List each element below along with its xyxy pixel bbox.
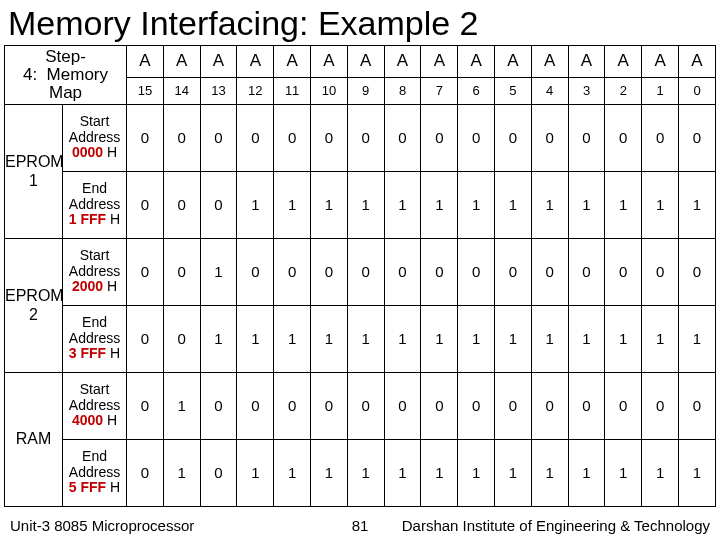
bit-cell: 1	[384, 305, 421, 372]
memory-map-table-wrap: Step-4: Memory MapAAAAAAAAAAAAAAAA151413…	[0, 45, 720, 507]
bit-cell: 0	[495, 238, 532, 305]
memory-device: EPROM2	[5, 238, 63, 372]
bit-cell: 0	[605, 104, 642, 171]
bit-cell: 0	[127, 104, 164, 171]
bit-cell: 0	[421, 238, 458, 305]
bit-cell: 0	[163, 305, 200, 372]
bit-cell: 0	[127, 238, 164, 305]
bit-cell: 1	[421, 305, 458, 372]
bit-cell: 1	[311, 305, 348, 372]
bit-header-num: 7	[421, 77, 458, 104]
address-label: Start Address 0000 H	[63, 104, 127, 171]
bit-cell: 0	[495, 372, 532, 439]
bit-cell: 1	[568, 171, 605, 238]
bit-header-num: 0	[678, 77, 715, 104]
bit-cell: 1	[163, 372, 200, 439]
bit-cell: 1	[642, 305, 679, 372]
bit-cell: 0	[495, 104, 532, 171]
bit-header-a: A	[495, 46, 532, 78]
bit-cell: 1	[605, 171, 642, 238]
bit-cell: 1	[200, 238, 237, 305]
bit-cell: 1	[531, 171, 568, 238]
bit-cell: 1	[605, 305, 642, 372]
bit-cell: 1	[642, 439, 679, 506]
bit-cell: 0	[311, 372, 348, 439]
bit-header-num: 4	[531, 77, 568, 104]
bit-cell: 0	[458, 238, 495, 305]
bit-header-num: 12	[237, 77, 274, 104]
bit-cell: 1	[347, 171, 384, 238]
bit-header-num: 1	[642, 77, 679, 104]
bit-header-a: A	[531, 46, 568, 78]
bit-cell: 1	[237, 305, 274, 372]
bit-header-num: 10	[311, 77, 348, 104]
bit-cell: 0	[421, 104, 458, 171]
bit-cell: 1	[568, 305, 605, 372]
bit-cell: 0	[384, 372, 421, 439]
memory-map-header: Step-4: Memory Map	[5, 46, 127, 105]
bit-cell: 1	[237, 439, 274, 506]
bit-cell: 1	[421, 171, 458, 238]
bit-cell: 0	[311, 104, 348, 171]
table-row: End Address 5 FFF H0101111111111111	[5, 439, 716, 506]
memory-device: RAM	[5, 372, 63, 506]
table-row: End Address 1 FFF H0001111111111111	[5, 171, 716, 238]
bit-cell: 0	[605, 238, 642, 305]
bit-header-a: A	[237, 46, 274, 78]
address-label: End Address 3 FFF H	[63, 305, 127, 372]
bit-cell: 0	[678, 372, 715, 439]
bit-header-num: 3	[568, 77, 605, 104]
bit-cell: 0	[642, 372, 679, 439]
bit-cell: 0	[568, 238, 605, 305]
slide: Memory Interfacing: Example 2 Step-4: Me…	[0, 0, 720, 540]
address-label: End Address 5 FFF H	[63, 439, 127, 506]
bit-cell: 1	[347, 439, 384, 506]
bit-cell: 1	[605, 439, 642, 506]
bit-cell: 0	[163, 104, 200, 171]
memory-device: EPROM1	[5, 104, 63, 238]
bit-cell: 0	[127, 372, 164, 439]
bit-cell: 1	[274, 439, 311, 506]
bit-cell: 0	[127, 171, 164, 238]
bit-cell: 0	[458, 104, 495, 171]
bit-cell: 0	[311, 238, 348, 305]
bit-cell: 0	[568, 104, 605, 171]
bit-cell: 0	[237, 238, 274, 305]
bit-cell: 1	[495, 171, 532, 238]
bit-cell: 0	[163, 171, 200, 238]
bit-cell: 0	[163, 238, 200, 305]
bit-cell: 1	[421, 439, 458, 506]
address-label: Start Address 4000 H	[63, 372, 127, 439]
bit-header-a: A	[642, 46, 679, 78]
address-label: End Address 1 FFF H	[63, 171, 127, 238]
bit-header-a: A	[347, 46, 384, 78]
bit-cell: 1	[458, 305, 495, 372]
page-title: Memory Interfacing: Example 2	[0, 0, 720, 45]
footer-left: Unit-3 8085 Microprocessor	[10, 517, 352, 534]
bit-cell: 1	[531, 439, 568, 506]
bit-cell: 0	[384, 238, 421, 305]
bit-header-a: A	[274, 46, 311, 78]
bit-header-a: A	[200, 46, 237, 78]
footer-right: Darshan Institute of Engineering & Techn…	[368, 517, 710, 534]
bit-header-a: A	[458, 46, 495, 78]
bit-cell: 0	[605, 372, 642, 439]
header-row-a: Step-4: Memory MapAAAAAAAAAAAAAAAA	[5, 46, 716, 78]
bit-header-num: 5	[495, 77, 532, 104]
bit-cell: 1	[384, 439, 421, 506]
bit-cell: 1	[495, 439, 532, 506]
bit-header-num: 14	[163, 77, 200, 104]
bit-cell: 0	[200, 439, 237, 506]
bit-header-a: A	[568, 46, 605, 78]
bit-cell: 0	[531, 104, 568, 171]
bit-cell: 0	[274, 104, 311, 171]
bit-header-a: A	[311, 46, 348, 78]
bit-cell: 1	[678, 171, 715, 238]
bit-cell: 0	[678, 104, 715, 171]
bit-cell: 1	[568, 439, 605, 506]
bit-cell: 1	[347, 305, 384, 372]
bit-cell: 0	[127, 305, 164, 372]
bit-header-num: 2	[605, 77, 642, 104]
table-row: End Address 3 FFF H0011111111111111	[5, 305, 716, 372]
bit-header-a: A	[605, 46, 642, 78]
